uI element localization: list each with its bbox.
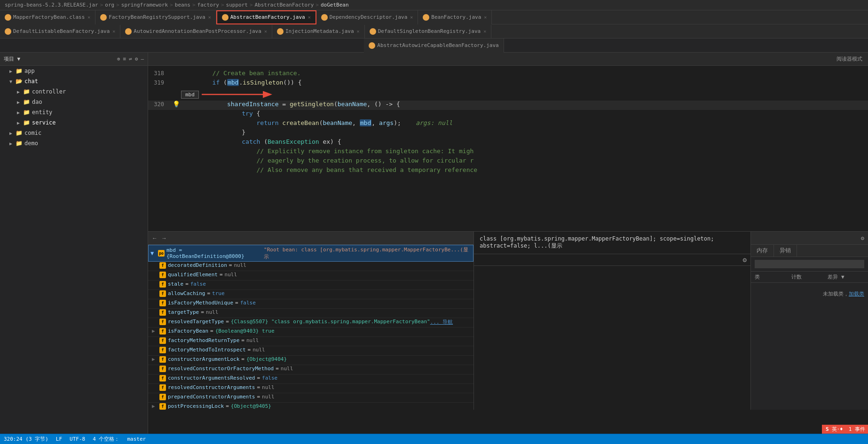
tab-close[interactable]: ✕ bbox=[208, 15, 211, 20]
var-item-factory-method-return[interactable]: f factoryMethodReturnType = null bbox=[148, 337, 473, 346]
var-arrow bbox=[152, 394, 158, 400]
code-line-comment1: // Explicitly remove instance from singl… bbox=[148, 148, 868, 157]
line-code: // Explicitly remove instance from singl… bbox=[181, 148, 868, 155]
tree-item-entity[interactable]: ▶ 📁 entity bbox=[0, 107, 148, 117]
var-name: postProcessingLock bbox=[168, 403, 224, 409]
var-header-name: mbd = {RootBeanDefinition@8000} bbox=[166, 247, 262, 259]
tab-bean-factory[interactable]: BeanFactory.java ✕ bbox=[418, 10, 492, 24]
field-icon: f bbox=[159, 366, 166, 372]
tab-close[interactable]: ✕ bbox=[112, 29, 115, 34]
var-value: null bbox=[246, 337, 259, 343]
tab-killed[interactable]: 异销 bbox=[774, 245, 797, 257]
status-position: 320:24 (3 字节) bbox=[4, 436, 48, 443]
tree-item-controller[interactable]: ▶ 📁 controller bbox=[0, 86, 148, 97]
var-item-constructor-args-resolved[interactable]: f constructorArgumentsResolved = false bbox=[148, 374, 473, 384]
right-panel-settings-icon[interactable]: ⚙ bbox=[861, 235, 864, 241]
tree-label: entity bbox=[32, 109, 52, 116]
var-item-is-factory-bean[interactable]: ▶ f isFactoryBean = {Boolean@9403} true bbox=[148, 327, 473, 337]
tree-item-dao[interactable]: ▶ 📁 dao bbox=[0, 97, 148, 107]
var-item-constructor-lock[interactable]: ▶ f constructorArgumentLock = {Object@94… bbox=[148, 356, 473, 365]
tab-close[interactable]: ✕ bbox=[87, 15, 90, 20]
load-class-button[interactable]: 加载类 bbox=[849, 291, 864, 297]
notification-count: 1 事件 bbox=[849, 426, 865, 433]
line-code: } bbox=[181, 129, 868, 136]
tab-close[interactable]: ✕ bbox=[357, 29, 360, 34]
var-header-row[interactable]: ▼ po mbd = {RootBeanDefinition@8000} "Ro… bbox=[148, 245, 473, 262]
code-line-catch: catch (BeansException ex) { bbox=[148, 138, 868, 148]
tree-item-demo[interactable]: ▶ 📁 demo bbox=[0, 138, 148, 148]
folder-icon: 📁 bbox=[15, 130, 23, 136]
field-icon: f bbox=[159, 262, 166, 269]
tree-item-app[interactable]: ▶ 📁 app bbox=[0, 66, 148, 76]
var-item-post-processing-lock[interactable]: ▶ f postProcessingLock = {Object@9405} bbox=[148, 403, 473, 410]
tab-close[interactable]: ✕ bbox=[483, 29, 486, 34]
var-item-factory-method-unique[interactable]: f isFactoryMethodUnique = false bbox=[148, 299, 473, 309]
tab-close[interactable]: ✕ bbox=[308, 15, 311, 20]
code-header: 阅读器模式 bbox=[148, 53, 868, 66]
tree-item-comic[interactable]: ▶ 📁 comic bbox=[0, 128, 148, 138]
sidebar-collapse-icon[interactable]: — bbox=[141, 56, 144, 62]
tab-java-icon bbox=[277, 28, 284, 35]
folder-icon: 📁 bbox=[23, 119, 30, 126]
tab-label: BeanFactory.java bbox=[431, 14, 481, 20]
tab-injection-metadata[interactable]: InjectionMetadata.java ✕ bbox=[272, 25, 365, 38]
var-item-allow-caching[interactable]: f allowCaching = true bbox=[148, 290, 473, 299]
search-input[interactable] bbox=[755, 260, 864, 268]
sohu-icon: S bbox=[825, 426, 830, 432]
var-item-resolved-constructor-args[interactable]: f resolvedConstructorArguments = null bbox=[148, 384, 473, 393]
tree-item-chat[interactable]: ▼ 📂 chat bbox=[0, 76, 148, 86]
var-value: false bbox=[190, 281, 206, 287]
debug-back-btn[interactable]: ← bbox=[152, 235, 158, 241]
field-icon: f bbox=[159, 290, 166, 297]
sidebar-list-icon[interactable]: ≡ bbox=[123, 56, 126, 62]
tab-close[interactable]: ✕ bbox=[264, 29, 267, 34]
sohu-text: 英·♦ bbox=[832, 426, 843, 433]
sidebar-settings-icon[interactable]: ⚙ bbox=[135, 56, 138, 62]
debug-forward-btn[interactable]: → bbox=[161, 235, 167, 241]
field-icon: f bbox=[159, 319, 166, 325]
line-number bbox=[148, 119, 172, 120]
var-eq: = bbox=[220, 272, 223, 278]
folder-icon: 📁 bbox=[15, 140, 23, 147]
var-item-factory-method-introspect[interactable]: f factoryMethodToIntrospect = null bbox=[148, 346, 473, 356]
tab-mapper-factory[interactable]: MapperFactoryBean.class ✕ bbox=[0, 10, 95, 24]
var-nav[interactable]: ... 导航 bbox=[430, 319, 453, 326]
tab-close[interactable]: ✕ bbox=[410, 15, 413, 20]
sidebar-add-icon[interactable]: ⊕ bbox=[117, 56, 120, 62]
var-item-prepared-constructor-args[interactable]: f preparedConstructorArguments = null bbox=[148, 393, 473, 403]
settings-icon[interactable]: ⚙ bbox=[743, 256, 747, 264]
var-item-resolved-target[interactable]: f resolvedTargetType = {Class@5507} "cla… bbox=[148, 318, 473, 327]
breadcrumb-sep: > bbox=[316, 2, 319, 8]
line-number: 318 bbox=[148, 70, 172, 77]
var-item-stale[interactable]: f stale = false bbox=[148, 280, 473, 290]
var-item-decorated-def[interactable]: f decoratedDefinition = null bbox=[148, 262, 473, 271]
tab-dependency-descriptor[interactable]: DependencyDescriptor.java ✕ bbox=[316, 10, 418, 24]
var-eq: = bbox=[226, 403, 229, 409]
tab-default-listable[interactable]: DefaultListableBeanFactory.java ✕ bbox=[0, 25, 120, 38]
var-arrow bbox=[152, 272, 158, 278]
reader-mode-button[interactable]: 阅读器模式 bbox=[836, 55, 862, 62]
line-code: // eagerly by the creation process, to a… bbox=[181, 157, 868, 164]
mbd-arrow bbox=[202, 90, 277, 99]
tree-item-service[interactable]: ▶ 📁 service bbox=[0, 117, 148, 128]
var-eq: = bbox=[210, 328, 213, 334]
tab-abstract-bean-factory[interactable]: AbstractBeanFactory.java ✕ bbox=[216, 10, 316, 24]
tab-factory-registry[interactable]: FactoryBeanRegistrySupport.java ✕ bbox=[95, 10, 216, 24]
tab-label: AbstractAutowireCapableBeanFactory.java bbox=[377, 42, 498, 48]
tab-memory[interactable]: 内存 bbox=[751, 245, 774, 257]
tab-default-singleton[interactable]: DefaultSingletonBeanRegistry.java ✕ bbox=[365, 25, 492, 38]
tab-autowired[interactable]: AutowiredAnnotationBeanPostProcessor.jav… bbox=[120, 25, 272, 38]
tab-close[interactable]: ✕ bbox=[484, 15, 487, 20]
var-item-resolved-constructor[interactable]: f resolvedConstructorOrFactoryMethod = n… bbox=[148, 365, 473, 374]
var-item-qualified-elem[interactable]: f qualifiedElement = null bbox=[148, 271, 473, 280]
field-icon: f bbox=[159, 272, 166, 278]
line-number bbox=[148, 157, 172, 157]
tree-label: dao bbox=[32, 99, 42, 105]
sidebar-sync-icon[interactable]: ⇌ bbox=[129, 56, 132, 62]
line-number bbox=[148, 129, 172, 129]
col-diff: 差异 ▼ bbox=[828, 273, 864, 280]
var-item-target-type[interactable]: f targetType = null bbox=[148, 309, 473, 318]
tab-abstract-autowire[interactable]: AbstractAutowireCapableBeanFactory.java bbox=[364, 39, 504, 53]
var-name: resolvedTargetType bbox=[168, 319, 224, 325]
tree-arrow: ▼ bbox=[9, 79, 14, 84]
